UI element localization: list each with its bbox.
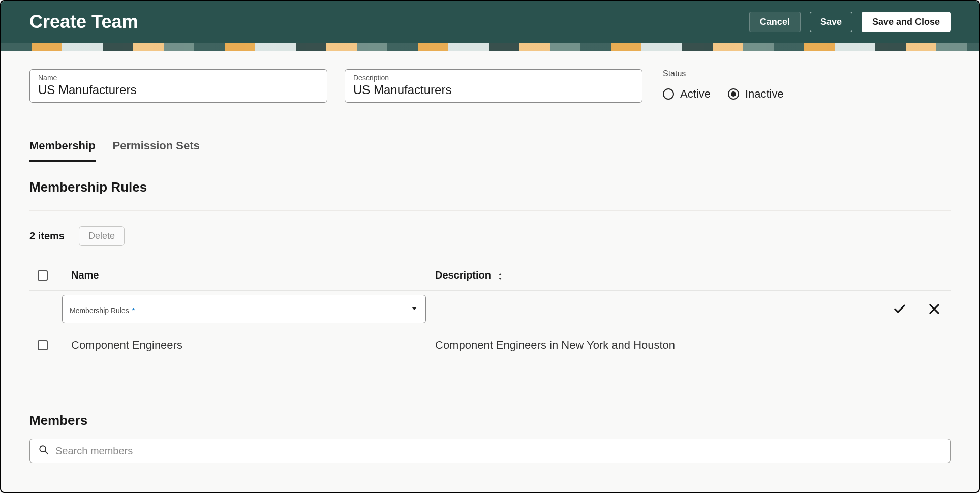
description-field[interactable]: Description bbox=[345, 69, 642, 103]
select-label-text: Membership Rules bbox=[70, 306, 129, 315]
status-inactive-label: Inactive bbox=[745, 87, 784, 101]
row-checkbox-cell bbox=[38, 340, 71, 350]
rules-table-header: Name Description bbox=[29, 260, 951, 290]
tab-permission-sets[interactable]: Permission Sets bbox=[113, 139, 200, 162]
delete-button[interactable]: Delete bbox=[79, 226, 125, 246]
rules-section-title: Membership Rules bbox=[29, 179, 951, 195]
cancel-icon[interactable] bbox=[927, 302, 941, 316]
save-button[interactable]: Save bbox=[810, 12, 852, 32]
select-label: Membership Rules* bbox=[70, 306, 418, 315]
divider bbox=[798, 392, 951, 392]
rule-name-link[interactable]: Component Engineers bbox=[71, 338, 182, 351]
rules-toolbar: 2 items Delete bbox=[29, 210, 951, 246]
select-all-checkbox[interactable] bbox=[38, 270, 48, 281]
status-label: Status bbox=[663, 69, 784, 78]
name-input[interactable] bbox=[38, 83, 319, 97]
radio-icon bbox=[728, 88, 739, 100]
row-name-cell: Component Engineers bbox=[71, 338, 435, 352]
status-active-label: Active bbox=[680, 87, 711, 101]
status-radio-active[interactable]: Active bbox=[663, 87, 711, 101]
page-root: Create Team Cancel Save Save and Close N… bbox=[0, 0, 980, 493]
members-section-title: Members bbox=[29, 413, 951, 428]
page-header: Create Team Cancel Save Save and Close bbox=[1, 1, 979, 43]
radio-icon bbox=[663, 88, 674, 100]
chevron-down-icon bbox=[410, 302, 418, 316]
row-actions bbox=[893, 302, 951, 316]
cancel-button[interactable]: Cancel bbox=[749, 12, 801, 32]
status-radios: Active Inactive bbox=[663, 87, 784, 101]
tab-bar: Membership Permission Sets bbox=[29, 139, 951, 161]
row-description-cell: Component Engineers in New York and Hous… bbox=[435, 338, 951, 352]
column-description-label: Description bbox=[435, 269, 491, 281]
header-actions: Cancel Save Save and Close bbox=[749, 12, 951, 32]
table-row: Membership Rules* bbox=[29, 290, 951, 327]
name-label: Name bbox=[38, 74, 319, 82]
members-search-input[interactable] bbox=[55, 445, 942, 457]
header-checkbox-cell bbox=[38, 270, 71, 281]
save-and-close-button[interactable]: Save and Close bbox=[862, 12, 951, 32]
description-label: Description bbox=[353, 74, 634, 82]
sort-icon bbox=[496, 271, 504, 280]
form-row: Name Description Status Active Inactive bbox=[29, 69, 951, 103]
rules-table: Name Description Membership Rules* bbox=[29, 260, 951, 363]
confirm-icon[interactable] bbox=[893, 302, 907, 316]
main-content: Name Description Status Active Inactive bbox=[1, 51, 979, 468]
page-title: Create Team bbox=[29, 11, 749, 33]
row-checkbox[interactable] bbox=[38, 340, 48, 350]
tab-membership[interactable]: Membership bbox=[29, 139, 96, 162]
members-search[interactable] bbox=[29, 439, 951, 463]
column-name[interactable]: Name bbox=[71, 269, 435, 281]
search-icon bbox=[38, 444, 49, 458]
svg-line-1 bbox=[45, 451, 48, 454]
status-radio-inactive[interactable]: Inactive bbox=[728, 87, 784, 101]
required-asterisk-icon: * bbox=[132, 306, 135, 315]
row-name-cell: Membership Rules* bbox=[71, 295, 435, 323]
description-input[interactable] bbox=[353, 83, 634, 97]
membership-rules-select[interactable]: Membership Rules* bbox=[62, 295, 426, 323]
table-row: Component Engineers Component Engineers … bbox=[29, 327, 951, 363]
radio-dot-icon bbox=[731, 91, 736, 97]
name-field[interactable]: Name bbox=[29, 69, 327, 103]
decorative-banner bbox=[1, 43, 979, 51]
rules-items-count: 2 items bbox=[29, 230, 65, 242]
status-block: Status Active Inactive bbox=[660, 69, 784, 101]
column-description[interactable]: Description bbox=[435, 269, 504, 281]
